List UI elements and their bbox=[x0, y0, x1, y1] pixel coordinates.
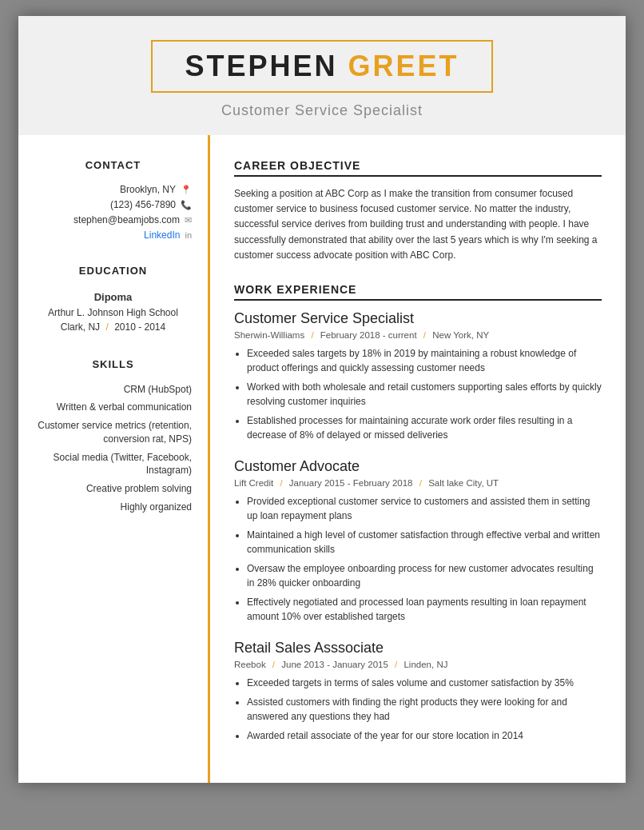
job-location: Linden, NJ bbox=[403, 660, 447, 669]
contact-phone: (123) 456-7890 📞 bbox=[34, 199, 192, 210]
name-box: STEPHEN GREET bbox=[151, 40, 492, 93]
resume-header: STEPHEN GREET Customer Service Specialis… bbox=[18, 16, 626, 135]
job-entry: Customer AdvocateLift Credit / January 2… bbox=[234, 458, 602, 624]
email-text: stephen@beamjobs.com bbox=[74, 214, 180, 225]
edu-divider: / bbox=[105, 321, 111, 333]
job-dates: January 2015 - February 2018 bbox=[289, 478, 413, 488]
job-entry: Retail Sales AsssociateReebok / June 201… bbox=[234, 640, 602, 743]
contact-section: CONTACT Brooklyn, NY 📍 (123) 456-7890 📞 … bbox=[34, 159, 192, 241]
separator: / bbox=[270, 660, 278, 669]
bullet-item: Exceeded targets in terms of sales volum… bbox=[247, 676, 602, 690]
resume: STEPHEN GREET Customer Service Specialis… bbox=[18, 16, 626, 783]
job-meta: Lift Credit / January 2015 - February 20… bbox=[234, 478, 602, 488]
job-company: Sherwin-Williams bbox=[234, 330, 304, 340]
career-objective-text: Seeking a position at ABC Corp as I make… bbox=[234, 186, 602, 263]
job-bullets: Exceeded sales targets by 18% in 2019 by… bbox=[234, 346, 602, 442]
bullet-item: Awarded retail associate of the year for… bbox=[247, 728, 602, 743]
linkedin-text: LinkedIn bbox=[144, 229, 180, 241]
bullet-item: Maintained a high level of customer sati… bbox=[247, 528, 602, 557]
last-name: GREET bbox=[348, 50, 459, 82]
skills-section: SKILLS CRM (HubSpot)Written & verbal com… bbox=[34, 358, 192, 514]
main-content: CAREER OBJECTIVE Seeking a position at A… bbox=[210, 135, 626, 783]
city-text: Brooklyn, NY bbox=[120, 184, 176, 195]
work-experience-label: WORK EXPERIENCE bbox=[234, 283, 602, 301]
first-name: STEPHEN bbox=[185, 50, 337, 82]
bullet-item: Exceeded sales targets by 18% in 2019 by… bbox=[247, 346, 602, 375]
degree: Dipoma bbox=[34, 289, 192, 305]
edu-location-years: Clark, NJ / 2010 - 2014 bbox=[34, 320, 192, 334]
separator: / bbox=[277, 478, 285, 488]
job-location: Salt lake City, UT bbox=[428, 478, 499, 488]
bullet-item: Provided exceptional customer service to… bbox=[247, 494, 602, 523]
sidebar: CONTACT Brooklyn, NY 📍 (123) 456-7890 📞 … bbox=[18, 135, 210, 783]
job-meta: Sherwin-Williams / February 2018 - curre… bbox=[234, 330, 602, 340]
bullet-item: Assisted customers with finding the righ… bbox=[247, 695, 602, 724]
skill-item: Customer service metrics (retention, con… bbox=[34, 419, 192, 446]
phone-text: (123) 456-7890 bbox=[110, 199, 176, 210]
contact-email: stephen@beamjobs.com ✉ bbox=[34, 214, 192, 225]
header-job-title: Customer Service Specialist bbox=[221, 102, 423, 119]
job-meta: Reebok / June 2013 - January 2015 / Lind… bbox=[234, 660, 602, 669]
job-entry: Customer Service SpecialistSherwin-Willi… bbox=[234, 310, 602, 442]
separator: / bbox=[421, 330, 429, 340]
job-title: Customer Advocate bbox=[234, 458, 602, 475]
education-label: EDUCATION bbox=[34, 265, 192, 281]
phone-icon: 📞 bbox=[181, 200, 192, 210]
career-objective-label: CAREER OBJECTIVE bbox=[234, 159, 602, 177]
full-name: STEPHEN GREET bbox=[185, 50, 459, 82]
bullet-item: Established processes for maintaining ac… bbox=[247, 413, 602, 442]
skills-list: CRM (HubSpot)Written & verbal communicat… bbox=[34, 383, 192, 514]
job-company: Lift Credit bbox=[234, 478, 273, 488]
linkedin-icon: in bbox=[185, 230, 192, 240]
bullet-item: Worked with both wholesale and retail cu… bbox=[247, 380, 602, 409]
contact-city: Brooklyn, NY 📍 bbox=[34, 184, 192, 195]
work-experience-section: WORK EXPERIENCE Customer Service Special… bbox=[234, 283, 602, 743]
school-name: Arthur L. Johnson High School bbox=[34, 305, 192, 320]
career-objective-section: CAREER OBJECTIVE Seeking a position at A… bbox=[234, 159, 602, 263]
separator: / bbox=[392, 660, 400, 669]
skill-item: CRM (HubSpot) bbox=[34, 383, 192, 397]
jobs-container: Customer Service SpecialistSherwin-Willi… bbox=[234, 310, 602, 743]
job-dates: June 2013 - January 2015 bbox=[281, 660, 388, 669]
skill-item: Highly organized bbox=[34, 501, 192, 514]
skill-item: Social media (Twitter, Facebook, Instagr… bbox=[34, 451, 192, 478]
job-title: Customer Service Specialist bbox=[234, 310, 602, 327]
edu-location: Clark, NJ bbox=[61, 321, 100, 333]
resume-body: CONTACT Brooklyn, NY 📍 (123) 456-7890 📞 … bbox=[18, 135, 626, 783]
separator: / bbox=[417, 478, 425, 488]
location-icon: 📍 bbox=[181, 185, 192, 195]
separator: / bbox=[308, 330, 316, 340]
job-bullets: Provided exceptional customer service to… bbox=[234, 494, 602, 624]
skill-item: Creative problem solving bbox=[34, 482, 192, 496]
education-section: EDUCATION Dipoma Arthur L. Johnson High … bbox=[34, 265, 192, 334]
bullet-item: Oversaw the employee onboarding process … bbox=[247, 561, 602, 590]
skills-label: SKILLS bbox=[34, 358, 192, 375]
email-icon: ✉ bbox=[185, 215, 192, 225]
job-company: Reebok bbox=[234, 660, 266, 669]
bullet-item: Effectively negotiated and processed loa… bbox=[247, 595, 602, 624]
job-location: New York, NY bbox=[432, 330, 489, 340]
education-details: Dipoma Arthur L. Johnson High School Cla… bbox=[34, 289, 192, 334]
edu-years: 2010 - 2014 bbox=[114, 321, 165, 333]
contact-linkedin[interactable]: LinkedIn in bbox=[34, 229, 192, 241]
contact-label: CONTACT bbox=[34, 159, 192, 176]
job-dates: February 2018 - current bbox=[320, 330, 417, 340]
job-bullets: Exceeded targets in terms of sales volum… bbox=[234, 676, 602, 743]
job-title: Retail Sales Asssociate bbox=[234, 640, 602, 656]
skill-item: Written & verbal communication bbox=[34, 401, 192, 414]
